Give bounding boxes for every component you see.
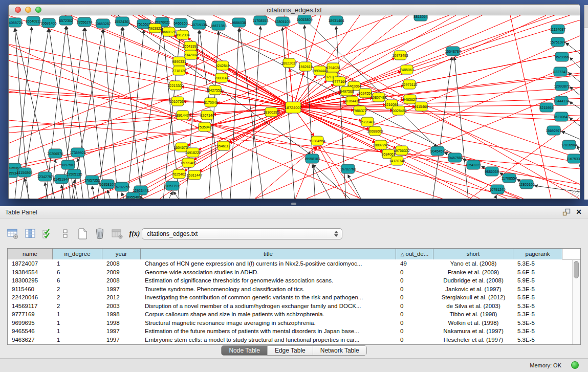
graph-node[interactable]: 14918222 <box>185 148 201 157</box>
close-panel-icon[interactable]: ✕ <box>576 208 582 216</box>
graph-node[interactable]: 9097587 <box>61 160 75 169</box>
select-rows-icon[interactable] <box>40 226 55 242</box>
graph-node[interactable]: 16671358 <box>210 21 226 30</box>
graph-node[interactable]: 16958107 <box>99 180 115 189</box>
graph-node[interactable]: 15958107 <box>304 154 320 163</box>
table-row[interactable]: 1872400712008Changes of HCN gene express… <box>8 259 580 268</box>
vertical-scrollbar[interactable] <box>572 260 580 344</box>
graph-node[interactable]: 12805105 <box>274 17 290 26</box>
network-window-titlebar[interactable]: citations_edges.txt <box>9 5 580 15</box>
graph-node[interactable]: 6794028 <box>326 63 340 72</box>
graph-node[interactable]: 15692971 <box>546 126 561 135</box>
graph-node[interactable]: 18724007 <box>285 102 301 113</box>
table-row[interactable]: 911546021997Tourette syndrome. Phenomeno… <box>8 285 580 294</box>
graph-node[interactable]: 20691406 <box>40 18 56 28</box>
graph-node[interactable]: 20364436 <box>344 96 360 105</box>
graph-node[interactable]: 16911447 <box>187 170 203 180</box>
table-selector-dropdown[interactable]: citations_edges.txt <box>142 228 342 239</box>
graph-node[interactable]: 7625402 <box>172 169 186 179</box>
graph-node[interactable]: 9777169 <box>332 77 346 86</box>
new-table-icon[interactable] <box>75 226 90 242</box>
graph-node[interactable]: 10807487 <box>371 93 386 102</box>
column-header-pagerank[interactable]: pagerank <box>513 249 562 259</box>
delete-column-icon[interactable] <box>110 226 125 242</box>
column-header-title[interactable]: title <box>141 249 396 259</box>
graph-node[interactable]: 12805106 <box>518 180 534 189</box>
graph-node[interactable]: 18931404 <box>328 16 344 25</box>
tab-edge-table[interactable]: Edge Table <box>267 346 313 355</box>
graph-node[interactable]: 11124087 <box>550 25 565 34</box>
graph-node[interactable]: 18914474 <box>175 111 190 120</box>
graph-node[interactable]: 19384554 <box>309 136 325 145</box>
graph-node[interactable]: 9890331 <box>172 57 186 66</box>
graph-node[interactable]: 12213300 <box>167 81 183 90</box>
minimize-window-button[interactable] <box>25 7 31 13</box>
graph-node[interactable]: 7986372 <box>353 106 366 115</box>
splitter-handle[interactable] <box>291 203 296 205</box>
tab-network-table[interactable]: Network Table <box>313 346 366 355</box>
graph-node[interactable]: 18300295 <box>263 107 279 117</box>
graph-node[interactable]: 17359928 <box>70 148 85 157</box>
graph-node[interactable]: 2718120 <box>172 66 186 75</box>
column-header-in_degree[interactable]: in_degree <box>53 249 102 259</box>
function-builder-icon[interactable]: f(x) <box>127 226 142 242</box>
graph-node[interactable]: 18807249 <box>373 140 388 149</box>
graph-node[interactable]: 10107534 <box>169 97 185 106</box>
network-view-canvas[interactable]: 2405572416640811206914068572302195562741… <box>9 15 580 199</box>
graph-node[interactable]: 24055724 <box>9 18 23 27</box>
graph-node[interactable]: 11708553 <box>253 16 269 25</box>
graph-node[interactable]: 11451944 <box>54 174 70 184</box>
graph-node[interactable]: 8427552 <box>208 85 222 95</box>
graph-node[interactable]: 15524301 <box>114 17 130 26</box>
graph-node[interactable]: 10688609 <box>367 126 383 136</box>
zoom-window-button[interactable] <box>35 7 41 13</box>
graph-node[interactable]: 9857791 <box>165 181 179 190</box>
graph-node[interactable]: 9227343 <box>553 67 567 76</box>
graph-node[interactable]: 8813054 <box>413 15 427 21</box>
graph-node[interactable]: 10719135 <box>191 20 207 29</box>
graph-node[interactable]: 8215955 <box>539 103 553 112</box>
network-graph[interactable]: 2405572416640811206914068572302195562741… <box>9 15 580 199</box>
graph-node[interactable]: 6497568 <box>340 86 354 96</box>
graph-node[interactable]: 17957253 <box>84 176 100 185</box>
graph-node[interactable]: 18955401 <box>125 192 141 199</box>
table-row[interactable]: 1938455462009Genome-wide association stu… <box>8 268 580 277</box>
graph-node[interactable]: 8912394 <box>176 30 189 39</box>
column-header-out_de[interactable]: △out_de... <box>396 249 433 259</box>
graph-node[interactable]: 1562615 <box>298 62 312 71</box>
column-header-year[interactable]: year <box>102 249 141 259</box>
column-header-name[interactable]: name <box>8 249 53 259</box>
table-row[interactable]: 1456911722003Disruption of a novel membe… <box>8 302 580 311</box>
graph-node[interactable]: 9660128 <box>162 27 176 36</box>
graph-node[interactable]: 9529966 <box>555 52 569 61</box>
graph-node[interactable]: 7963822 <box>148 24 162 33</box>
graph-node[interactable]: 9546112 <box>217 141 231 150</box>
graph-node[interactable]: 12975115 <box>402 80 418 89</box>
graph-node[interactable]: 18822037 <box>281 58 297 68</box>
table-settings-icon[interactable] <box>5 226 20 242</box>
graph-node[interactable]: 15720407 <box>359 117 375 126</box>
graph-node[interactable]: 6466160 <box>173 18 187 28</box>
graph-node[interactable]: 2803144 <box>214 73 228 82</box>
table-row[interactable]: 977716911998Corpus callosum shape and si… <box>8 310 580 319</box>
graph-node[interactable]: 16099489 <box>180 158 196 167</box>
resize-grip-icon[interactable] <box>571 189 579 198</box>
graph-node[interactable]: 16210643 <box>553 112 569 121</box>
graph-node[interactable]: 10653287 <box>95 19 111 28</box>
table-row[interactable]: 1830029562008Estimation of significance … <box>8 276 580 285</box>
graph-node[interactable]: 12093872 <box>554 81 570 91</box>
graph-node[interactable]: 7485063 <box>400 65 413 74</box>
graph-node[interactable]: 10025458 <box>390 106 406 115</box>
select-columns-icon[interactable] <box>23 226 38 242</box>
graph-node[interactable]: 12543221 <box>465 160 481 169</box>
graph-node[interactable]: 10791245 <box>489 185 505 194</box>
tab-node-table[interactable]: Node Table <box>222 346 267 355</box>
graph-node[interactable]: 8267140 <box>200 111 214 120</box>
graph-node[interactable]: 19756302 <box>394 146 409 155</box>
graph-node[interactable]: 11675334 <box>567 154 580 163</box>
graph-node[interactable]: 11708554 <box>502 173 517 183</box>
graph-node[interactable]: 16543391 <box>182 41 198 51</box>
graph-node[interactable]: 7535942 <box>198 122 211 132</box>
graph-node[interactable]: 11156869 <box>17 168 32 177</box>
graph-node[interactable]: 15751074 <box>550 37 565 47</box>
